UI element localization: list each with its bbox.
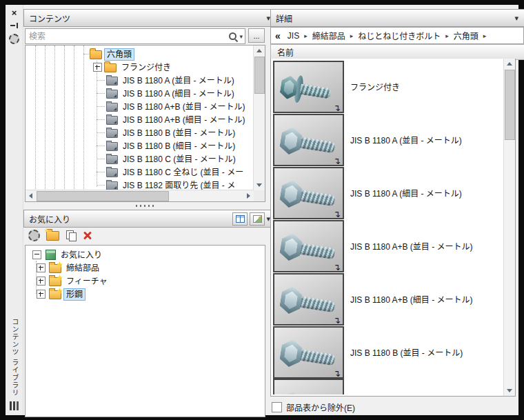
search-icon[interactable] [228, 32, 238, 41]
favorites-item[interactable]: フィーチャ [26, 274, 265, 288]
detail-row[interactable]: ↴ JIS B 1180 B (並目 - メートル) [271, 326, 504, 379]
tree-item[interactable]: JIS B 1180 A (並目 - メートル) [26, 74, 254, 87]
hex-bolt-image [279, 284, 341, 323]
scroll-left-icon[interactable] [26, 190, 36, 201]
detail-row-partial[interactable] [271, 379, 504, 394]
panel-splitter[interactable] [23, 203, 266, 209]
properties-button[interactable] [8, 33, 20, 44]
detail-row[interactable]: ↴ JIS B 1180 A+B (並目 - メートル) [271, 219, 504, 272]
exclude-bom-checkbox[interactable] [272, 402, 282, 412]
breadcrumb-item[interactable]: ねじとねじ付きボルト [356, 30, 442, 41]
new-folder-icon[interactable] [46, 231, 59, 241]
detail-row[interactable]: ↴ JIS B 1180 A (並目 - メートル) [271, 113, 504, 166]
part-category-icon [106, 155, 118, 164]
search-input[interactable] [26, 32, 228, 41]
exclude-bom-label: 部品表から除外(E) [286, 401, 355, 413]
hex-bolt-image [279, 231, 341, 270]
tree-item[interactable]: JIS B 1180 A (細目 - メートル) [26, 87, 254, 100]
name-column-header[interactable]: 名前 [270, 44, 524, 60]
chevron-right-icon[interactable]: ▸ [445, 32, 449, 39]
scroll-up-icon[interactable] [504, 59, 514, 69]
family-corner-icon: ↴ [333, 368, 341, 379]
palette-vertical-title: コンテンツ ライブラリ [10, 318, 20, 397]
content-tree-vertical-scrollbar[interactable] [253, 46, 265, 190]
browse-more-button[interactable]: ... [248, 28, 265, 43]
favorites-thumbnail-view-button[interactable] [250, 212, 265, 226]
details-menu-chevron-down-icon[interactable]: ▾ [513, 14, 520, 23]
part-category-icon [106, 90, 118, 99]
part-category-icon [106, 168, 118, 177]
chevron-right-icon[interactable]: ▸ [350, 32, 354, 39]
detail-row[interactable]: ↴ JIS B 1180 A (細目 - メートル) [271, 166, 504, 219]
part-thumbnail[interactable]: ↴ [273, 273, 344, 326]
detail-row[interactable]: ↴ フランジ付き [271, 60, 504, 113]
part-category-icon [106, 116, 118, 125]
back-icon[interactable]: « [275, 30, 281, 41]
auto-hide-pin-icon [10, 21, 19, 30]
add-favorites-group-gear-icon[interactable] [28, 230, 40, 241]
chevron-right-icon[interactable]: ▸ [304, 32, 308, 39]
tree-item[interactable]: JIS B 1180 B (細目 - メートル) [26, 139, 254, 152]
thumbnail-view-icon [253, 215, 262, 223]
contents-panel-header: コンテンツ ▾ [23, 9, 277, 27]
palette-body: × コンテンツ ライブラリ コンテンツ ▾ ▾ ... [6, 5, 518, 415]
hex-bolt-image [279, 390, 341, 394]
starred-folder-icon [49, 264, 61, 273]
collapse-minus-icon[interactable] [32, 250, 41, 259]
expand-plus-icon[interactable] [37, 263, 46, 272]
vertical-scroll-thumb[interactable] [505, 70, 515, 140]
chevron-right-icon[interactable]: ▸ [483, 32, 487, 39]
part-thumbnail[interactable]: ↴ [273, 61, 344, 113]
vertical-scroll-thumb[interactable] [254, 57, 265, 94]
details-footer: 部品表から除外(E) [270, 400, 514, 414]
tree-item[interactable]: JIS B 1180 B (並目 - メートル) [26, 126, 254, 139]
favorites-item[interactable]: 締結部品 [26, 261, 265, 274]
tree-item[interactable]: JIS B 1180 A+B (細目 - メートル) [26, 113, 254, 126]
part-thumbnail[interactable] [273, 379, 344, 394]
favorites-item[interactable]: 形鋼 [26, 288, 265, 301]
expand-plus-icon[interactable] [93, 63, 102, 72]
tree-item[interactable]: JIS B 1182 面取り先 (並目 - メ [26, 179, 254, 190]
details-list-viewport: ↴ フランジ付き ↴ JIS B 1180 A (並目 - メートル) ↴ [271, 59, 504, 396]
scroll-right-icon[interactable] [243, 190, 254, 201]
tree-item[interactable]: JIS B 1180 A+B (並目 - メートル) [26, 100, 254, 113]
family-corner-icon: ↴ [333, 156, 341, 166]
copy-icon[interactable] [66, 230, 77, 241]
hex-bolt-image [279, 125, 341, 164]
expand-plus-icon[interactable] [37, 290, 46, 299]
expand-plus-icon[interactable] [37, 277, 46, 286]
family-corner-icon: ↴ [333, 315, 341, 326]
favorites-root-item[interactable]: お気に入り [26, 248, 265, 261]
breadcrumb-item[interactable]: 締結部品 [311, 30, 347, 41]
folder-icon [90, 50, 102, 59]
close-button[interactable]: × [8, 7, 20, 18]
content-tree: 六角頭 フランジ付き JIS B 1180 A (並目 - メートル) JIS … [25, 45, 265, 202]
tree-item[interactable]: 六角頭 [26, 48, 254, 61]
tree-item[interactable]: フランジ付き [26, 61, 254, 74]
scroll-up-icon[interactable] [254, 46, 264, 56]
scroll-down-icon[interactable] [504, 386, 514, 396]
table-view-icon [236, 215, 245, 223]
delete-icon[interactable] [83, 231, 92, 241]
name-column-label: 名前 [277, 46, 294, 58]
part-thumbnail[interactable]: ↴ [273, 114, 344, 166]
part-thumbnail[interactable]: ↴ [273, 167, 344, 219]
horizontal-scroll-thumb[interactable] [37, 191, 169, 201]
details-panel-title: 詳細 [276, 12, 513, 24]
tree-item[interactable]: JIS B 1180 C 全ねじ (並目 - メー [26, 166, 254, 179]
search-options-chevron-down-icon[interactable]: ▾ [239, 33, 243, 40]
details-panel-header: 詳細 ▾ [270, 9, 524, 27]
detail-row[interactable]: ↴ JIS B 1180 A+B (細目 - メートル) [271, 272, 504, 326]
folder-icon [104, 63, 117, 72]
content-tree-horizontal-scrollbar[interactable] [26, 190, 254, 201]
part-category-icon [106, 129, 118, 138]
breadcrumb-item[interactable]: JIS [286, 31, 301, 41]
details-vertical-scrollbar[interactable] [503, 59, 515, 396]
auto-hide-button[interactable] [8, 20, 20, 31]
tree-item[interactable]: JIS B 1180 C (並目 - メートル) [26, 152, 254, 166]
breadcrumb-item[interactable]: 六角頭 [452, 30, 480, 41]
scroll-down-icon[interactable] [254, 180, 264, 190]
part-thumbnail[interactable]: ↴ [273, 220, 344, 272]
favorites-table-view-button[interactable] [232, 212, 248, 226]
part-thumbnail[interactable]: ↴ [273, 326, 344, 379]
